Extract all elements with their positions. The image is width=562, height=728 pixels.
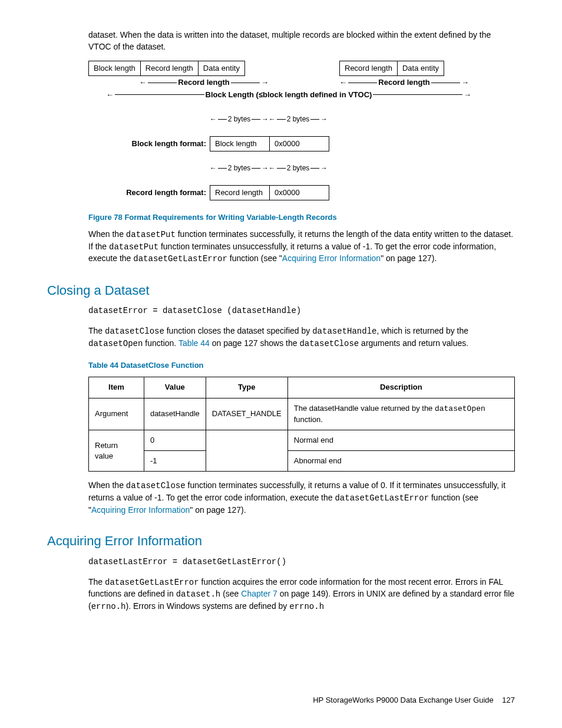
table-header: Type: [206, 377, 287, 398]
page-footer: HP StorageWorks P9000 Data Exchange User…: [47, 695, 515, 706]
body-paragraph: When the datasetClose function terminate…: [88, 480, 515, 516]
arrow-right-icon: →: [262, 163, 269, 173]
table-caption: Table 44 DatasetClose Function: [88, 360, 515, 371]
diagram-cell: Record length: [210, 185, 269, 200]
arrow-left-icon: ←: [269, 163, 276, 173]
heading-acquiring-error: Acquiring Error Information: [47, 532, 515, 551]
link-acquiring-error[interactable]: Acquiring Error Information: [91, 505, 190, 515]
diagram-cell: Record length: [140, 61, 198, 76]
bytes-label: 2 bytes: [287, 163, 310, 173]
table-row: -1 Abnormal end: [89, 451, 515, 472]
link-table-44[interactable]: Table 44: [178, 338, 210, 348]
link-acquiring-error[interactable]: Acquiring Error Information: [282, 253, 381, 263]
arrow-left-icon: ←: [139, 77, 147, 88]
diagram-label: Record length: [378, 77, 429, 88]
arrow-left-icon: ←: [210, 114, 217, 124]
diagram-cell: Block length: [88, 61, 140, 76]
table-header: Value: [144, 377, 206, 398]
table-datasetclose: Item Value Type Description Argument dat…: [88, 377, 515, 472]
table-header: Item: [89, 377, 144, 398]
figure-caption: Figure 78 Format Requirements for Writin…: [88, 212, 515, 223]
record-format-label: Record length format:: [88, 187, 210, 198]
arrow-right-icon: →: [320, 163, 328, 173]
block-format-label: Block length format:: [88, 139, 210, 149]
body-paragraph: The datasetGetLastError function acquire…: [88, 577, 515, 613]
diagram-cell: Record length: [339, 61, 397, 76]
table-row: Return value 0 Normal end: [89, 430, 515, 451]
arrow-left-icon: ←: [210, 163, 217, 173]
diagram-cell: Data entity: [198, 61, 245, 76]
table-row: Argument datasetHandle DATASET_HANDLE Th…: [89, 398, 515, 430]
figure-diagram: Block length Record length Data entity ←…: [88, 61, 515, 200]
body-paragraph: The datasetClose function closes the dat…: [88, 325, 515, 350]
code-line: datasetError = datasetClose (datasetHand…: [88, 305, 515, 317]
bytes-label: 2 bytes: [287, 114, 310, 124]
bytes-label: 2 bytes: [228, 114, 251, 124]
arrow-right-icon: →: [464, 90, 471, 100]
diagram-cell: 0x0000: [269, 136, 329, 151]
arrow-left-icon: ←: [106, 90, 114, 100]
table-header: Description: [287, 377, 514, 398]
diagram-label: Block Length (≤block length defined in V…: [206, 90, 372, 100]
bytes-label: 2 bytes: [228, 163, 251, 173]
arrow-right-icon: →: [261, 77, 269, 88]
arrow-right-icon: →: [262, 114, 269, 124]
code-line: datasetLastError = datasetGetLastError(): [88, 556, 515, 568]
link-chapter-7[interactable]: Chapter 7: [241, 589, 277, 598]
arrow-right-icon: →: [461, 77, 469, 88]
diagram-cell: Block length: [210, 136, 269, 151]
diagram-cell: 0x0000: [269, 185, 329, 200]
arrow-right-icon: →: [320, 114, 328, 124]
arrow-left-icon: ←: [339, 77, 347, 88]
body-paragraph: When the datasetPut function terminates …: [88, 229, 515, 265]
arrow-left-icon: ←: [269, 114, 276, 124]
diagram-cell: Data entity: [397, 61, 444, 76]
heading-closing-dataset: Closing a Dataset: [47, 282, 515, 300]
diagram-label: Record length: [178, 77, 229, 88]
intro-paragraph: dataset. When the data is written into t…: [88, 29, 515, 52]
